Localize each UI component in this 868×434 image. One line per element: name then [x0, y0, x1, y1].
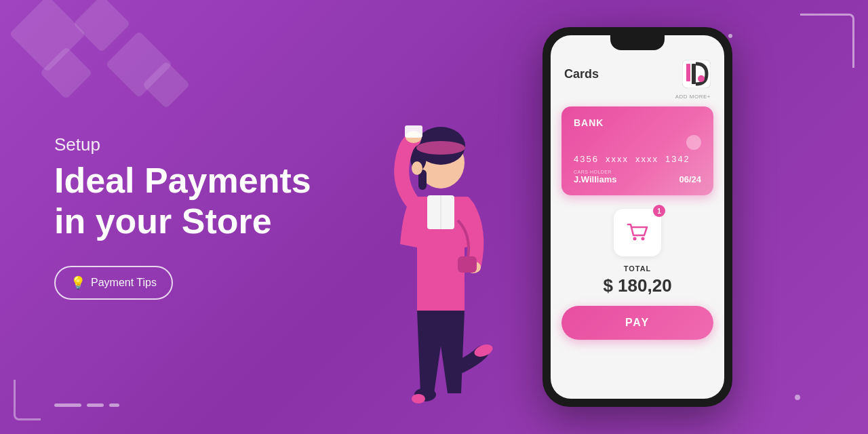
svg-point-12	[412, 394, 425, 403]
svg-rect-14	[458, 256, 477, 273]
card-number-part3: xxxx	[635, 154, 658, 164]
cart-badge: 1	[653, 205, 665, 217]
card-number-part1: 4356	[574, 154, 599, 164]
cart-section: 1 TOTAL $ 180,20	[551, 205, 724, 306]
card-chip-row	[574, 135, 701, 150]
character-svg	[363, 108, 519, 434]
card-holder-name: J.Williams	[574, 174, 616, 184]
cart-icon	[625, 220, 650, 245]
svg-rect-9	[405, 125, 422, 138]
character-illustration	[353, 0, 529, 434]
add-more-label: ADD MORE+	[551, 94, 724, 100]
phone-notch	[610, 35, 665, 50]
ideal-logo	[682, 60, 711, 88]
bulb-icon: 💡	[71, 275, 85, 290]
total-amount: $ 180,20	[603, 275, 671, 296]
phone-cards-title: Cards	[564, 67, 599, 81]
phone-section: Cards	[529, 27, 760, 407]
main-title-line1: Ideal Payments	[54, 161, 311, 200]
payment-tips-label: Payment Tips	[91, 277, 157, 289]
main-content: Setup Ideal Payments in your Store 💡 Pay…	[0, 0, 868, 434]
card-chip	[686, 135, 701, 150]
credit-card: BANK 4356 xxxx xxxx 1342 CARS HOLDER J.W…	[561, 106, 713, 195]
main-title-line2: in your Store	[54, 201, 272, 241]
card-number-part2: xxxx	[606, 154, 629, 164]
card-footer: CARS HOLDER J.Williams 06/24	[574, 170, 701, 184]
pay-button[interactable]: PAY	[561, 306, 713, 340]
main-title: Ideal Payments in your Store	[54, 161, 312, 242]
left-section: Setup Ideal Payments in your Store 💡 Pay…	[0, 94, 353, 341]
svg-rect-18	[692, 64, 696, 84]
svg-point-19	[698, 75, 705, 82]
svg-rect-16	[686, 66, 690, 81]
svg-point-4	[416, 141, 465, 155]
subtitle: Setup	[54, 134, 312, 155]
svg-rect-17	[686, 64, 690, 68]
svg-point-5	[412, 161, 422, 175]
card-holder-info: CARS HOLDER J.Williams	[574, 170, 616, 184]
phone-screen: Cards	[551, 35, 724, 399]
card-bank-label: BANK	[574, 117, 701, 128]
total-label: TOTAL	[624, 264, 652, 273]
svg-point-21	[642, 237, 645, 241]
cart-box: 1	[614, 209, 661, 256]
card-expiry: 06/24	[679, 174, 701, 184]
card-holder-label: CARS HOLDER	[574, 170, 616, 174]
ideal-logo-svg	[682, 60, 711, 88]
svg-point-20	[633, 237, 637, 241]
card-number: 4356 xxxx xxxx 1342	[574, 154, 701, 164]
payment-tips-button[interactable]: 💡 Payment Tips	[54, 266, 173, 300]
phone-mockup: Cards	[542, 27, 732, 407]
card-number-part4: 1342	[665, 154, 690, 164]
